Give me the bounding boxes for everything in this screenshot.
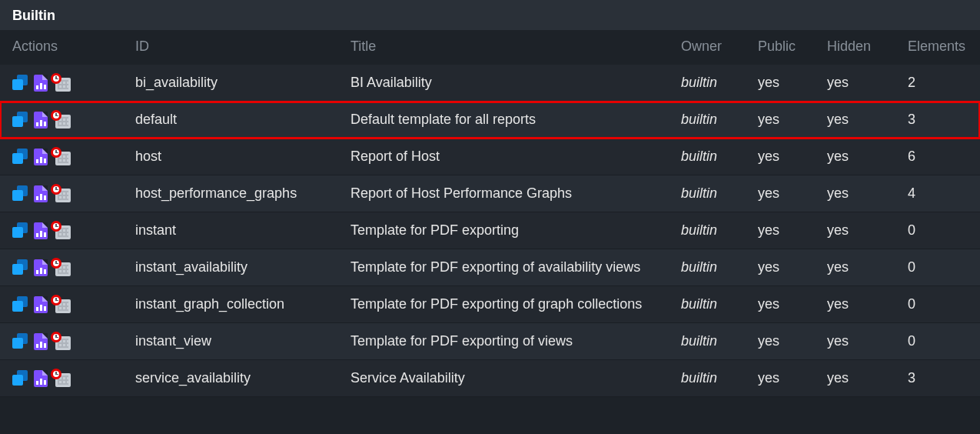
- title-cell: Service Availability: [338, 360, 669, 397]
- clone-icon[interactable]: [12, 370, 29, 387]
- hidden-cell: yes: [815, 102, 895, 139]
- hidden-cell: yes: [815, 360, 895, 397]
- elements-cell: 0: [895, 323, 980, 360]
- clone-icon[interactable]: [12, 222, 29, 239]
- title-cell: Template for PDF exporting: [338, 212, 669, 249]
- id-cell: service_availability: [123, 360, 338, 397]
- title-cell: Template for PDF exporting of views: [338, 323, 669, 360]
- schedule-icon[interactable]: [52, 185, 71, 202]
- col-header-actions[interactable]: Actions: [0, 31, 123, 65]
- schedule-icon[interactable]: [52, 370, 71, 387]
- table-row: defaultDefault template for all reportsb…: [0, 102, 980, 139]
- id-cell: instant_graph_collection: [123, 286, 338, 323]
- id-cell: host: [123, 139, 338, 175]
- schedule-icon[interactable]: [52, 296, 71, 313]
- col-header-elements[interactable]: Elements: [895, 31, 980, 65]
- title-cell: Template for PDF exporting of availabili…: [338, 249, 669, 286]
- report-icon[interactable]: [34, 333, 48, 350]
- id-cell: instant: [123, 212, 338, 249]
- elements-cell: 2: [895, 65, 980, 102]
- col-header-public[interactable]: Public: [746, 31, 815, 65]
- schedule-icon[interactable]: [52, 75, 71, 92]
- hidden-cell: yes: [815, 139, 895, 175]
- actions-cell: [0, 286, 123, 323]
- title-cell: BI Availability: [338, 65, 669, 102]
- report-icon[interactable]: [34, 296, 48, 313]
- hidden-cell: yes: [815, 249, 895, 286]
- actions-cell: [0, 249, 123, 286]
- reports-table: Actions ID Title Owner Public Hidden Ele…: [0, 31, 980, 397]
- public-cell: yes: [746, 286, 815, 323]
- elements-cell: 4: [895, 175, 980, 212]
- elements-cell: 6: [895, 139, 980, 175]
- report-icon[interactable]: [34, 185, 48, 202]
- clone-icon[interactable]: [12, 149, 29, 165]
- col-header-owner[interactable]: Owner: [669, 31, 746, 65]
- public-cell: yes: [746, 139, 815, 175]
- owner-cell: builtin: [669, 286, 746, 323]
- table-row: instantTemplate for PDF exportingbuiltin…: [0, 212, 980, 249]
- table-row: host_performance_graphsReport of Host Pe…: [0, 175, 980, 212]
- report-icon[interactable]: [34, 259, 48, 276]
- elements-cell: 3: [895, 102, 980, 139]
- schedule-icon[interactable]: [52, 112, 71, 129]
- elements-cell: 3: [895, 360, 980, 397]
- report-icon[interactable]: [34, 370, 48, 387]
- actions-cell: [0, 102, 123, 139]
- col-header-title[interactable]: Title: [338, 31, 669, 65]
- public-cell: yes: [746, 323, 815, 360]
- col-header-hidden[interactable]: Hidden: [815, 31, 895, 65]
- report-icon[interactable]: [34, 149, 48, 165]
- title-cell: Report of Host Performance Graphs: [338, 175, 669, 212]
- hidden-cell: yes: [815, 323, 895, 360]
- owner-cell: builtin: [669, 360, 746, 397]
- actions-cell: [0, 212, 123, 249]
- table-row: instant_availabilityTemplate for PDF exp…: [0, 249, 980, 286]
- owner-cell: builtin: [669, 139, 746, 175]
- hidden-cell: yes: [815, 286, 895, 323]
- clone-icon[interactable]: [12, 185, 29, 202]
- table-row: instant_graph_collectionTemplate for PDF…: [0, 286, 980, 323]
- col-header-id[interactable]: ID: [123, 31, 338, 65]
- title-cell: Template for PDF exporting of graph coll…: [338, 286, 669, 323]
- id-cell: host_performance_graphs: [123, 175, 338, 212]
- report-icon[interactable]: [34, 222, 48, 239]
- id-cell: instant_availability: [123, 249, 338, 286]
- actions-cell: [0, 139, 123, 175]
- id-cell: bi_availability: [123, 65, 338, 102]
- public-cell: yes: [746, 102, 815, 139]
- public-cell: yes: [746, 249, 815, 286]
- elements-cell: 0: [895, 249, 980, 286]
- hidden-cell: yes: [815, 65, 895, 102]
- owner-cell: builtin: [669, 175, 746, 212]
- table-row: instant_viewTemplate for PDF exporting o…: [0, 323, 980, 360]
- id-cell: default: [123, 102, 338, 139]
- clone-icon[interactable]: [12, 296, 29, 313]
- report-icon[interactable]: [34, 112, 48, 129]
- owner-cell: builtin: [669, 65, 746, 102]
- hidden-cell: yes: [815, 175, 895, 212]
- title-cell: Default template for all reports: [338, 102, 669, 139]
- owner-cell: builtin: [669, 212, 746, 249]
- owner-cell: builtin: [669, 102, 746, 139]
- schedule-icon[interactable]: [52, 222, 71, 239]
- table-row: bi_availabilityBI Availabilitybuiltinyes…: [0, 65, 980, 102]
- report-icon[interactable]: [34, 75, 48, 92]
- elements-cell: 0: [895, 286, 980, 323]
- title-cell: Report of Host: [338, 139, 669, 175]
- clone-icon[interactable]: [12, 112, 29, 129]
- owner-cell: builtin: [669, 323, 746, 360]
- actions-cell: [0, 360, 123, 397]
- public-cell: yes: [746, 360, 815, 397]
- clone-icon[interactable]: [12, 75, 29, 92]
- public-cell: yes: [746, 175, 815, 212]
- elements-cell: 0: [895, 212, 980, 249]
- actions-cell: [0, 323, 123, 360]
- actions-cell: [0, 175, 123, 212]
- clone-icon[interactable]: [12, 333, 29, 350]
- schedule-icon[interactable]: [52, 149, 71, 165]
- clone-icon[interactable]: [12, 259, 29, 276]
- schedule-icon[interactable]: [52, 259, 71, 276]
- public-cell: yes: [746, 65, 815, 102]
- schedule-icon[interactable]: [52, 333, 71, 350]
